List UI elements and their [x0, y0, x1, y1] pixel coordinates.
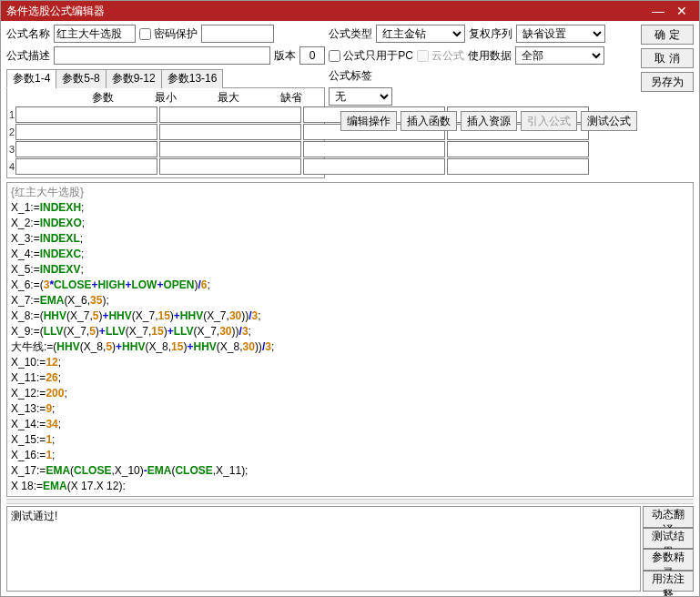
restore-label: 复权序列 [469, 26, 512, 42]
param-tabs: 参数1-4 参数5-8 参数9-12 参数13-16 [6, 68, 325, 88]
insert-res-button[interactable]: 插入资源 [461, 111, 517, 131]
type-label: 公式类型 [329, 26, 372, 42]
password-checkbox[interactable] [139, 28, 151, 40]
name-label: 公式名称 [6, 26, 50, 42]
param-name-input[interactable] [15, 106, 157, 123]
tag-select[interactable]: 无 [329, 87, 392, 106]
restore-select[interactable]: 缺省设置 [516, 25, 605, 43]
cancel-button[interactable]: 取 消 [641, 48, 694, 68]
status-pane: 测试通过! [6, 506, 641, 592]
param-name-input[interactable] [15, 158, 157, 175]
version-label: 版本 [274, 48, 296, 64]
window-title: 条件选股公式编辑器 [6, 4, 646, 19]
tag-label: 公式标签 [329, 68, 372, 84]
param-row: 4 [9, 158, 322, 175]
param-name-input[interactable] [15, 124, 157, 140]
side-translate-button[interactable]: 动态翻译 [643, 506, 694, 528]
password-checkbox-wrap[interactable]: 密码保护 [139, 26, 198, 42]
param-tab-2[interactable]: 参数5-8 [56, 69, 106, 88]
param-min-input[interactable] [159, 158, 301, 175]
ok-button[interactable]: 确 定 [641, 25, 694, 45]
param-tab-3[interactable]: 参数9-12 [106, 69, 162, 88]
test-formula-button[interactable]: 测试公式 [581, 111, 637, 131]
side-param-wizard-button[interactable]: 参数精灵 [643, 549, 694, 571]
save-as-button[interactable]: 另存为 [641, 72, 694, 92]
version-input[interactable] [299, 46, 325, 65]
param-grid: 参数 最小 最大 缺省 1234 [6, 88, 325, 178]
param-row: 1 [9, 106, 322, 123]
param-min-input[interactable] [159, 124, 301, 140]
edit-op-button[interactable]: 编辑操作 [340, 111, 397, 131]
param-name-input[interactable] [15, 141, 157, 157]
insert-func-button[interactable]: 插入函数 [401, 111, 457, 131]
pc-only-checkbox[interactable] [329, 50, 340, 62]
code-editor[interactable]: {红主大牛选股} X_1:=INDEXH; X_2:=INDEXO; X_3:=… [6, 182, 694, 497]
side-usage-button[interactable]: 用法注释 [643, 571, 694, 592]
desc-input[interactable] [54, 46, 270, 65]
close-button[interactable]: ✕ [670, 4, 694, 18]
import-formula-button[interactable]: 引入公式 [521, 111, 577, 131]
pc-only-checkbox-wrap[interactable]: 公式只用于PC [329, 48, 413, 64]
name-input[interactable] [54, 25, 136, 43]
use-data-select[interactable]: 全部 [515, 46, 604, 65]
param-row: 3 [9, 141, 322, 157]
param-tab-1[interactable]: 参数1-4 [6, 69, 56, 88]
minimize-button[interactable]: — [646, 4, 670, 18]
titlebar: 条件选股公式编辑器 — ✕ [1, 1, 699, 21]
param-min-input[interactable] [159, 106, 301, 123]
password-input[interactable] [201, 25, 274, 43]
desc-label: 公式描述 [6, 48, 50, 64]
side-test-result-button[interactable]: 测试结果 [643, 528, 694, 550]
type-select[interactable]: 红主金钻 [376, 25, 465, 43]
param-min-input[interactable] [159, 141, 301, 157]
cloud-checkbox-wrap: 云公式 [417, 48, 464, 64]
use-data-label: 使用数据 [468, 48, 512, 64]
param-row: 2 [9, 124, 322, 140]
splitter[interactable] [6, 499, 694, 504]
cloud-checkbox [417, 50, 429, 62]
param-tab-4[interactable]: 参数13-16 [161, 69, 224, 88]
